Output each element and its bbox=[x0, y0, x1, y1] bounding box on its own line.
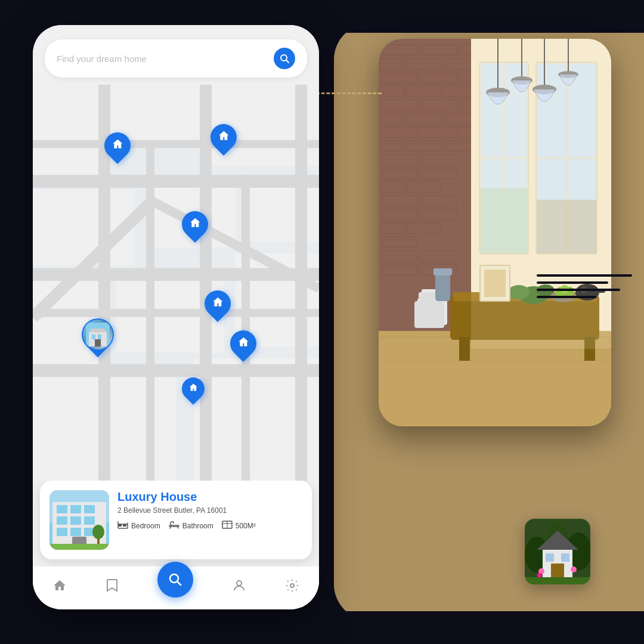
info-lines bbox=[537, 274, 632, 298]
property-features: Bedroom Bathroom bbox=[117, 521, 302, 531]
bathroom-icon bbox=[169, 521, 179, 531]
svg-rect-152 bbox=[471, 39, 611, 349]
svg-rect-50 bbox=[123, 524, 126, 527]
map-pin-2[interactable] bbox=[210, 124, 237, 154]
map-pin-5[interactable] bbox=[230, 330, 256, 360]
svg-rect-35 bbox=[57, 505, 67, 513]
home-pin-icon-1 bbox=[112, 138, 123, 153]
svg-point-164 bbox=[537, 573, 542, 578]
svg-rect-16 bbox=[33, 364, 319, 377]
map-streets bbox=[33, 85, 319, 481]
svg-rect-36 bbox=[70, 505, 81, 513]
svg-rect-17 bbox=[33, 140, 319, 148]
nav-settings[interactable] bbox=[285, 578, 299, 593]
house-interior-photo bbox=[379, 39, 611, 426]
property-thumbnail bbox=[49, 490, 109, 550]
nav-home[interactable] bbox=[52, 578, 67, 593]
svg-point-61 bbox=[290, 584, 294, 587]
svg-rect-160 bbox=[561, 553, 569, 562]
svg-rect-18 bbox=[33, 309, 319, 317]
svg-point-163 bbox=[571, 566, 577, 572]
feature-bathroom: Bathroom bbox=[169, 521, 213, 531]
svg-rect-40 bbox=[84, 516, 95, 525]
svg-rect-38 bbox=[57, 516, 67, 525]
dark-bottom-bar bbox=[322, 611, 644, 644]
feature-area: 500M² bbox=[222, 521, 256, 531]
svg-point-47 bbox=[92, 525, 104, 539]
svg-rect-49 bbox=[118, 524, 122, 527]
svg-rect-39 bbox=[70, 516, 81, 525]
svg-rect-14 bbox=[33, 175, 319, 187]
feature-bedroom: Bedroom bbox=[117, 521, 160, 531]
info-line-2 bbox=[537, 281, 608, 284]
map-area[interactable] bbox=[33, 85, 319, 481]
map-pin-3[interactable] bbox=[182, 211, 208, 241]
nav-bookmark[interactable] bbox=[106, 578, 119, 593]
svg-rect-22 bbox=[146, 143, 154, 481]
bathroom-label: Bathroom bbox=[182, 522, 213, 530]
svg-rect-165 bbox=[525, 577, 590, 584]
svg-rect-29 bbox=[92, 335, 95, 339]
svg-rect-28 bbox=[91, 329, 105, 332]
search-button[interactable] bbox=[274, 48, 295, 69]
svg-rect-159 bbox=[546, 553, 554, 562]
svg-rect-132 bbox=[459, 337, 470, 361]
map-pin-4[interactable] bbox=[205, 290, 231, 320]
property-name: Luxury House bbox=[117, 490, 302, 504]
property-address: 2 Bellevue Street Butler, PA 16001 bbox=[117, 506, 302, 515]
svg-line-59 bbox=[177, 581, 181, 585]
nav-search-center[interactable] bbox=[157, 562, 193, 597]
property-card[interactable]: Luxury House 2 Bellevue Street Butler, P… bbox=[40, 481, 312, 559]
info-line-3 bbox=[537, 289, 620, 291]
svg-rect-149 bbox=[434, 268, 452, 275]
svg-rect-23 bbox=[242, 175, 250, 481]
home-pin-icon-5 bbox=[237, 336, 249, 351]
svg-rect-148 bbox=[435, 271, 450, 301]
svg-rect-45 bbox=[49, 544, 109, 550]
home-pin-icon-4 bbox=[212, 296, 224, 311]
home-pin-icon-partial bbox=[188, 383, 198, 395]
phone-mockup: Find your dream home bbox=[33, 25, 319, 609]
svg-line-54 bbox=[178, 527, 178, 528]
bedroom-icon bbox=[117, 521, 128, 531]
area-label: 500M² bbox=[236, 522, 256, 530]
search-placeholder: Find your dream home bbox=[57, 54, 147, 64]
info-line-4 bbox=[537, 296, 596, 298]
home-pin-icon-3 bbox=[189, 217, 201, 232]
svg-rect-3 bbox=[33, 85, 98, 178]
map-pin-partial[interactable] bbox=[182, 377, 205, 400]
svg-line-1 bbox=[286, 60, 289, 63]
svg-line-53 bbox=[170, 527, 171, 528]
bottom-navigation bbox=[33, 566, 319, 609]
svg-rect-30 bbox=[98, 335, 101, 339]
property-info: Luxury House 2 Bellevue Street Butler, P… bbox=[117, 490, 302, 531]
map-pin-1[interactable] bbox=[104, 132, 131, 162]
dashed-connector-horizontal bbox=[316, 92, 382, 94]
small-house-thumbnail[interactable] bbox=[525, 519, 590, 584]
dark-top-bar bbox=[322, 0, 644, 33]
svg-point-60 bbox=[237, 581, 242, 586]
bedroom-label: Bedroom bbox=[131, 522, 160, 530]
map-pin-selected[interactable] bbox=[82, 318, 114, 355]
svg-rect-37 bbox=[84, 505, 95, 513]
svg-rect-31 bbox=[95, 339, 101, 346]
area-icon bbox=[222, 521, 233, 531]
svg-rect-42 bbox=[70, 528, 81, 536]
info-line-1 bbox=[537, 274, 632, 277]
search-bar[interactable]: Find your dream home bbox=[45, 39, 307, 78]
home-pin-icon-2 bbox=[218, 130, 230, 145]
nav-profile[interactable] bbox=[232, 578, 246, 593]
svg-rect-41 bbox=[57, 528, 67, 536]
